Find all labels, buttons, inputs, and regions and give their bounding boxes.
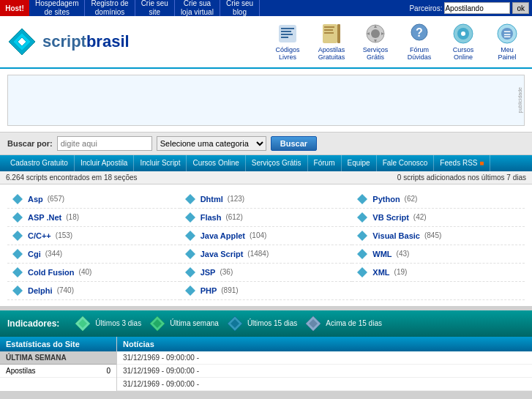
menu-item-equipe[interactable]: Equipe: [342, 155, 377, 171]
indicator-week-text: Última semana: [170, 319, 219, 327]
jsp-icon: [184, 266, 196, 278]
nav-item-apostilas[interactable]: ApostilasGratuitas: [314, 22, 349, 61]
indicator-15days[interactable]: Últimos 15 dias: [226, 315, 297, 332]
indicator-over15-text: Acima de 15 dias: [326, 319, 382, 327]
script-name-asp: Asp: [28, 195, 43, 204]
nav-item-courses[interactable]: CursosOnline: [446, 22, 481, 61]
list-item[interactable]: Cold Fusion (40): [7, 264, 180, 282]
partners-input[interactable]: [444, 2, 510, 14]
news-item-2[interactable]: 31/12/1969 - 09:00:00 -: [117, 365, 532, 378]
script-count-coldfusion: (40): [79, 268, 92, 276]
list-item[interactable]: Delphi (740): [7, 282, 180, 300]
nav-item-panel[interactable]: ☰ MeuPainel: [490, 22, 525, 61]
script-name-javaapplet: Java Applet: [201, 231, 245, 240]
nav-label-courses: CursosOnline: [453, 47, 474, 61]
list-item[interactable]: Python (62): [352, 190, 525, 209]
menu-item-servicos[interactable]: Serviços Grátis: [246, 155, 308, 171]
menu-item-cursos[interactable]: Cursos Online: [187, 155, 245, 171]
svg-marker-29: [12, 231, 23, 241]
list-item-empty: [352, 282, 525, 300]
category-select[interactable]: Selecione uma categoria: [157, 136, 266, 151]
search-input[interactable]: [57, 136, 152, 151]
indicators-label: Indicadores:: [7, 318, 59, 329]
topbar-link-store[interactable]: Crie sualoja virtual: [175, 0, 220, 16]
indicator-15days-icon: [226, 315, 244, 332]
courses-icon: [452, 22, 475, 45]
script-count-javascript: (1484): [247, 250, 269, 258]
indicator-3days[interactable]: Últimos 3 dias: [74, 315, 141, 332]
nav-label-apostilas: ApostilasGratuitas: [318, 47, 345, 61]
list-item[interactable]: Flash (612): [180, 209, 353, 227]
menu-item-fale[interactable]: Fale Conosco: [377, 155, 435, 171]
vbscript-icon: [356, 212, 368, 223]
script-name-flash: Flash: [201, 213, 222, 222]
svg-marker-25: [357, 194, 367, 204]
list-item[interactable]: JSP (36): [180, 264, 353, 282]
list-item[interactable]: Dhtml (123): [180, 190, 353, 209]
list-item[interactable]: Java Applet (104): [180, 227, 353, 245]
banner-placeholder: publicidade: [7, 75, 525, 126]
svg-marker-32: [12, 249, 23, 259]
script-count-jsp: (36): [220, 268, 233, 276]
svg-marker-23: [12, 194, 23, 204]
indicator-3days-text: Últimos 3 dias: [95, 319, 141, 327]
list-item[interactable]: VB Script (42): [352, 209, 525, 227]
cpp-icon: [12, 230, 23, 242]
svg-marker-36: [185, 267, 195, 277]
list-item[interactable]: Visual Basic (845): [352, 227, 525, 245]
svg-rect-6: [281, 34, 293, 35]
host-logo-text: Host!: [5, 4, 24, 12]
svg-marker-27: [185, 212, 195, 223]
list-item[interactable]: C/C++ (153): [7, 227, 180, 245]
svg-rect-5: [281, 31, 291, 32]
svg-rect-7: [281, 37, 288, 38]
aspnet-icon: [12, 212, 23, 223]
news-item-1[interactable]: 31/12/1969 - 09:00:00 -: [117, 351, 532, 365]
topbar-link-site[interactable]: Crie seusite: [135, 0, 175, 16]
nav-label-forum: FórumDúvidas: [408, 47, 432, 61]
partners-search-button[interactable]: ok: [512, 2, 529, 14]
script-name-vbscript: VB Script: [372, 213, 409, 222]
nav-item-forum[interactable]: ? FórumDúvidas: [402, 22, 437, 61]
menu-item-forum[interactable]: Fórum: [308, 155, 342, 171]
delphi-icon: [12, 285, 23, 297]
indicator-week[interactable]: Última semana: [149, 315, 219, 332]
topbar-link-hosting[interactable]: Hospedagemde sites: [29, 0, 85, 16]
menu-item-cadastro[interactable]: Cadastro Gratuito: [4, 155, 75, 171]
nav-label-services: ServiçosGrátis: [363, 47, 389, 61]
script-name-wml: WML: [372, 250, 391, 258]
list-item[interactable]: Cgi (344): [7, 245, 180, 264]
flash-icon: [184, 212, 196, 223]
visualbasic-icon: [356, 230, 368, 242]
script-name-aspnet: ASP .Net: [28, 213, 61, 222]
menu-item-incluir-apostila[interactable]: Incluir Apostila: [75, 155, 134, 171]
script-name-cgi: Cgi: [28, 250, 41, 258]
banner-side-text: publicidade: [517, 87, 522, 113]
list-item[interactable]: WML (43): [352, 245, 525, 264]
codes-icon: [276, 22, 299, 45]
forum-icon: ?: [408, 22, 431, 45]
asp-icon: [12, 193, 23, 205]
menu-item-incluir-script[interactable]: Incluir Script: [134, 155, 187, 171]
nav-item-codes[interactable]: CódigosLivres: [270, 22, 305, 61]
indicator-over15-icon: [304, 315, 322, 332]
scripts-section: Asp (657) Dhtml (123) Python (62) ASP .N…: [0, 184, 532, 306]
list-item[interactable]: PHP (891): [180, 282, 353, 300]
list-item[interactable]: Asp (657): [7, 190, 180, 209]
site-logo[interactable]: scriptbrasil: [7, 27, 130, 56]
script-name-dhtml: Dhtml: [201, 195, 223, 204]
indicator-over15[interactable]: Acima de 15 dias: [304, 315, 382, 332]
topbar-link-blog[interactable]: Crie seublog: [220, 0, 260, 16]
menu-item-rss[interactable]: Feeds RSS ■: [434, 155, 490, 171]
nav-item-services[interactable]: ServiçosGrátis: [358, 22, 393, 61]
list-item[interactable]: Java Script (1484): [180, 245, 353, 264]
list-item[interactable]: ASP .Net (18): [7, 209, 180, 227]
topbar-link-domains[interactable]: Registro dedomínios: [85, 0, 135, 16]
scripts-count: 6.264 scripts encontrados em 18 seções: [6, 174, 138, 182]
script-name-jsp: JSP: [201, 268, 216, 277]
search-button[interactable]: Buscar: [271, 136, 317, 151]
script-count-flash: (612): [225, 213, 242, 221]
news-item-3[interactable]: 31/12/1969 - 09:00:00 -: [117, 378, 532, 391]
list-item[interactable]: XML (19): [352, 264, 525, 282]
svg-marker-39: [185, 286, 195, 296]
